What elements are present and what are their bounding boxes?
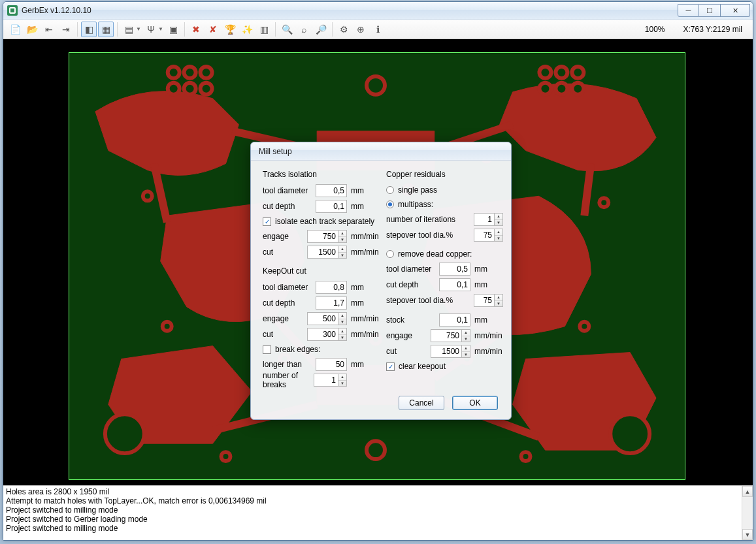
unit-label: mm: [474, 264, 503, 274]
break-edges-checkbox[interactable]: [263, 345, 271, 354]
toolbar-sep: [77, 22, 78, 37]
cube-icon[interactable]: ◧: [81, 22, 97, 37]
export-icon[interactable]: ⇥: [58, 22, 74, 37]
clear-keepout-checkbox[interactable]: [386, 362, 395, 371]
rd-stepover-spinner[interactable]: ▲▼: [495, 294, 503, 307]
zoom-out-icon[interactable]: 🔎: [313, 22, 329, 37]
settings-btn-icon[interactable]: ▣: [165, 22, 181, 37]
new-file-icon[interactable]: 📄: [7, 22, 23, 37]
ko-tool-diameter-label: tool diameter: [263, 283, 312, 292]
unit-label: mm: [351, 283, 380, 292]
import-icon[interactable]: ⇤: [41, 22, 57, 37]
app-icon: [7, 5, 18, 16]
rd-cut-depth-input[interactable]: 0,1: [439, 278, 470, 291]
longer-than-input[interactable]: 50: [316, 358, 347, 371]
layers2-icon[interactable]: ▥: [256, 22, 272, 37]
scroll-down-icon[interactable]: ▼: [742, 529, 753, 540]
unit-label: mm: [474, 315, 503, 325]
svg-point-8: [572, 67, 583, 78]
tools-dropdown-icon[interactable]: ▼: [157, 26, 164, 32]
ok-button[interactable]: OK: [452, 396, 498, 410]
num-iter-spinner[interactable]: ▲▼: [495, 213, 503, 226]
svg-point-7: [555, 67, 567, 78]
cr-cut-spinner[interactable]: ▲▼: [462, 345, 470, 358]
log-line: Project switched to Gerber loading mode: [6, 515, 148, 524]
svg-point-11: [572, 83, 583, 95]
titlebar: GerbEx v1.12.10.10 ─ ☐ ✕: [3, 2, 753, 20]
close-button[interactable]: ✕: [721, 4, 750, 17]
scroll-up-icon[interactable]: ▲: [742, 486, 753, 497]
app-window: GerbEx v1.12.10.10 ─ ☐ ✕ 📄 📂 ⇤ ⇥ ◧ ▦ ▤ ▼…: [3, 1, 753, 541]
open-icon[interactable]: 📂: [24, 22, 40, 37]
svg-point-1: [184, 67, 196, 78]
engage-label: engage: [263, 232, 303, 241]
zoom-in-icon[interactable]: 🔍: [279, 22, 295, 37]
unit-label: mm/min: [351, 330, 380, 339]
engage-spinner[interactable]: ▲▼: [338, 230, 347, 243]
cut-spinner[interactable]: ▲▼: [338, 246, 347, 259]
isolate-each-label: isolate each track separately: [275, 217, 374, 226]
layers-icon[interactable]: ▤: [121, 22, 137, 37]
ko-engage-label: engage: [263, 314, 303, 323]
cr-engage-input[interactable]: 750: [431, 329, 462, 342]
svg-point-15: [367, 441, 385, 459]
rd-tool-diameter-input[interactable]: 0,5: [439, 263, 470, 276]
stepover-label: stepover tool dia.%: [386, 231, 470, 240]
cancel-button[interactable]: Cancel: [399, 396, 444, 410]
wand-icon[interactable]: ✨: [239, 22, 255, 37]
maximize-button[interactable]: ☐: [699, 4, 721, 17]
cr-cut-input[interactable]: 1500: [431, 345, 462, 358]
ko-cut-input[interactable]: 300: [307, 328, 338, 341]
board-icon[interactable]: ▦: [98, 22, 114, 37]
svg-point-21: [599, 198, 608, 207]
trophy-icon[interactable]: 🏆: [222, 22, 238, 37]
svg-point-14: [367, 76, 385, 95]
minimize-button[interactable]: ─: [678, 4, 699, 17]
right-column: Copper residuals single pass multipass: …: [386, 167, 503, 388]
zoom-fit-icon[interactable]: ⌕: [296, 22, 312, 37]
info-icon[interactable]: ℹ: [370, 22, 386, 37]
ko-engage-input[interactable]: 500: [307, 312, 338, 325]
stock-label: stock: [386, 315, 435, 325]
cr-engage-spinner[interactable]: ▲▼: [462, 329, 470, 342]
unit-label: mm: [351, 202, 380, 211]
gear-icon[interactable]: ⚙: [336, 22, 352, 37]
unit-label: mm/min: [474, 347, 503, 356]
svg-point-13: [610, 414, 649, 453]
ko-cut-depth-label: cut depth: [263, 298, 312, 308]
cr-engage-label: engage: [386, 331, 427, 340]
ko-engage-spinner[interactable]: ▲▼: [338, 312, 347, 325]
toolbar: 📄 📂 ⇤ ⇥ ◧ ▦ ▤ ▼ Ψ ▼ ▣ ✖ ✘ 🏆 ✨ ▥ 🔍 ⌕ 🔎 ⚙ …: [3, 20, 753, 39]
target-icon[interactable]: ⊕: [353, 22, 369, 37]
num-breaks-input[interactable]: 1: [314, 374, 338, 387]
cut-depth-input[interactable]: 0,1: [316, 200, 347, 213]
svg-point-26: [580, 322, 589, 331]
single-pass-radio[interactable]: [386, 186, 394, 194]
ko-cut-spinner[interactable]: ▲▼: [338, 328, 347, 341]
multipass-radio[interactable]: [386, 200, 394, 208]
rd-stepover-input[interactable]: 75: [474, 294, 495, 307]
x-red-icon[interactable]: ✘: [205, 22, 221, 37]
ko-cut-depth-input[interactable]: 1,7: [316, 296, 347, 310]
unit-label: mm/min: [351, 248, 380, 257]
isolate-each-checkbox[interactable]: [263, 217, 271, 226]
svg-point-16: [143, 191, 152, 200]
remove-dead-radio[interactable]: [386, 250, 394, 258]
num-iter-input[interactable]: 1: [474, 213, 495, 226]
delete-icon[interactable]: ✖: [188, 22, 204, 37]
tool-diameter-input[interactable]: 0,5: [316, 184, 347, 197]
log-scrollbar[interactable]: ▲ ▼: [742, 486, 753, 540]
log-output: Holes area is 2800 x 1950 mil Attempt to…: [3, 486, 742, 540]
unit-label: mm: [474, 280, 503, 289]
cut-input[interactable]: 1500: [307, 246, 338, 259]
log-line: Project switched to milling mode: [6, 505, 118, 515]
layers-dropdown-icon[interactable]: ▼: [135, 26, 142, 32]
engage-input[interactable]: 750: [307, 230, 338, 243]
stepover-spinner[interactable]: ▲▼: [495, 229, 503, 242]
window-title: GerbEx v1.12.10.10: [22, 6, 674, 15]
stock-input[interactable]: 0,1: [439, 313, 470, 327]
stepover-input[interactable]: 75: [474, 229, 495, 242]
num-breaks-spinner[interactable]: ▲▼: [338, 374, 347, 387]
ko-tool-diameter-input[interactable]: 0,8: [316, 281, 347, 294]
tools-icon[interactable]: Ψ: [143, 22, 159, 37]
